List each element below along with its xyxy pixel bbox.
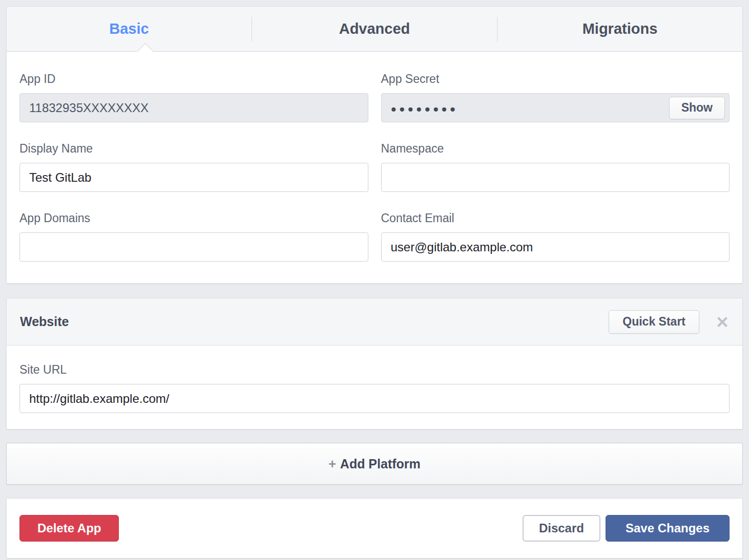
site-url-input[interactable]: [19, 384, 730, 413]
app-domains-field-group: App Domains: [19, 211, 368, 262]
app-settings-page: Basic Advanced Migrations App ID 1183293…: [0, 0, 749, 560]
app-id-label: App ID: [19, 72, 368, 86]
tab-advanced[interactable]: Advanced: [252, 7, 497, 51]
contact-email-field-group: Contact Email: [381, 211, 730, 262]
display-name-field-group: Display Name: [19, 142, 368, 192]
app-secret-field: ●●●●●●●● Show: [381, 93, 730, 122]
save-changes-button[interactable]: Save Changes: [606, 515, 730, 542]
discard-button[interactable]: Discard: [523, 515, 600, 542]
app-secret-label: App Secret: [381, 72, 730, 86]
display-name-label: Display Name: [19, 142, 368, 156]
tab-bar: Basic Advanced Migrations: [7, 7, 742, 52]
contact-email-input[interactable]: [381, 232, 730, 262]
app-domains-input[interactable]: [19, 232, 368, 262]
tab-migrations[interactable]: Migrations: [497, 7, 742, 51]
app-secret-field-group: App Secret ●●●●●●●● Show: [381, 72, 730, 122]
delete-app-button[interactable]: Delete App: [19, 515, 119, 542]
namespace-label: Namespace: [381, 142, 730, 156]
plus-icon: +: [328, 457, 336, 471]
app-id-value: 11832935XXXXXXXX: [29, 101, 149, 115]
basic-settings-card: Basic Advanced Migrations App ID 1183293…: [6, 6, 743, 284]
website-section-header: Website Quick Start: [7, 298, 742, 346]
add-platform-button[interactable]: +Add Platform: [6, 443, 743, 485]
close-icon[interactable]: [716, 315, 729, 329]
basic-settings-form: App ID 11832935XXXXXXXX App Secret ●●●●●…: [7, 52, 742, 283]
website-section-body: Site URL: [7, 346, 742, 429]
display-name-input[interactable]: [19, 163, 368, 192]
website-section-title: Website: [20, 314, 69, 329]
site-url-label: Site URL: [19, 363, 730, 377]
add-platform-label: Add Platform: [340, 457, 421, 471]
show-secret-button[interactable]: Show: [669, 97, 725, 119]
contact-email-label: Contact Email: [381, 211, 730, 225]
app-domains-label: App Domains: [19, 211, 368, 225]
app-secret-masked-value: ●●●●●●●●: [391, 102, 669, 114]
tab-basic[interactable]: Basic: [7, 7, 252, 51]
app-id-field: 11832935XXXXXXXX: [19, 93, 368, 122]
website-platform-card: Website Quick Start Site URL: [6, 298, 743, 429]
quick-start-button[interactable]: Quick Start: [609, 310, 699, 334]
namespace-field-group: Namespace: [381, 142, 730, 192]
namespace-input[interactable]: [381, 163, 730, 192]
app-id-field-group: App ID 11832935XXXXXXXX: [19, 72, 368, 122]
footer-actions-bar: Delete App Discard Save Changes: [6, 498, 743, 558]
